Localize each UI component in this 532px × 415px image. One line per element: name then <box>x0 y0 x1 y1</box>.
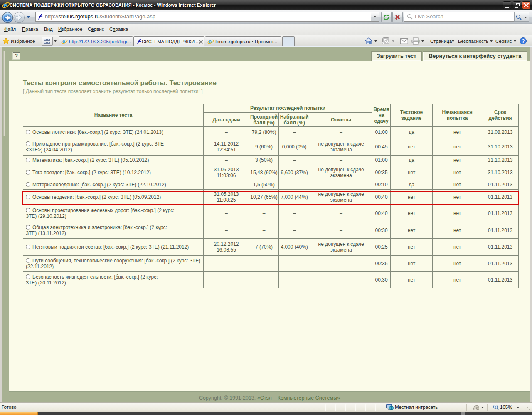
svg-text:?: ? <box>522 38 525 44</box>
svg-text:e: e <box>62 39 65 44</box>
svg-text:e: e <box>209 39 212 44</box>
svg-text:e: e <box>3 2 7 9</box>
